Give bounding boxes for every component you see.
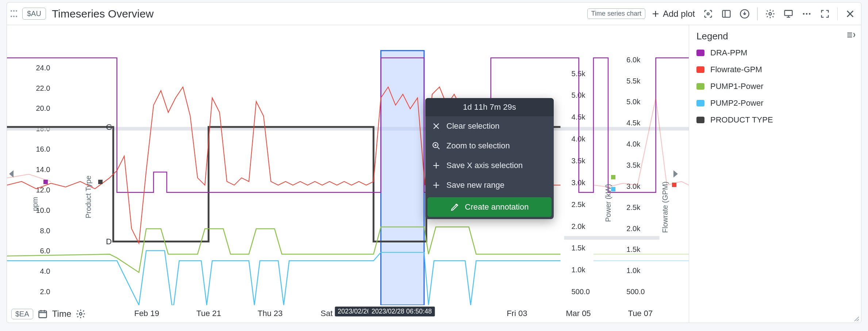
toolbar-separator bbox=[837, 7, 838, 20]
legend-label: DRA-PPM bbox=[710, 48, 747, 58]
popover-save-new-range[interactable]: Save new range bbox=[425, 175, 554, 195]
svg-rect-46 bbox=[39, 311, 46, 318]
svg-text:3.5k: 3.5k bbox=[626, 161, 641, 169]
chart-type-chip[interactable]: Time series chart bbox=[587, 8, 645, 19]
svg-point-3 bbox=[769, 12, 771, 15]
resize-handle-icon[interactable] bbox=[854, 315, 860, 321]
legend-panel: Legend DRA-PPM Flowrate-GPM PUMP1-Power bbox=[689, 25, 861, 323]
calendar-icon[interactable] bbox=[37, 308, 49, 320]
marker-p1 bbox=[611, 175, 615, 179]
add-plot-button[interactable]: Add plot bbox=[649, 9, 697, 19]
svg-text:3.0k: 3.0k bbox=[626, 182, 641, 190]
legend-collapse-icon[interactable] bbox=[846, 30, 855, 42]
more-icon[interactable] bbox=[799, 7, 814, 21]
product-label-d: D bbox=[106, 237, 112, 246]
y-axis-flow-ticks: 500.0 1.0k 1.5k 2.0k 2.5k 3.0k 3.5k 4.0k… bbox=[626, 56, 645, 296]
svg-text:5.0k: 5.0k bbox=[626, 98, 641, 106]
svg-point-47 bbox=[80, 313, 82, 315]
svg-text:22.0: 22.0 bbox=[36, 84, 50, 92]
popover-item-label: Save new range bbox=[446, 180, 504, 190]
toolbar: $AU Timeseries Overview Time series char… bbox=[7, 3, 861, 25]
marker-p2 bbox=[611, 187, 615, 191]
close-icon[interactable] bbox=[843, 7, 857, 21]
zoom-in-icon bbox=[432, 141, 441, 150]
popover-zoom-selection[interactable]: Zoom to selection bbox=[425, 136, 554, 156]
x-tick: Feb 19 bbox=[134, 309, 160, 318]
series-pump2 bbox=[7, 250, 689, 305]
fullscreen-icon[interactable] bbox=[818, 7, 832, 21]
legend-title: Legend bbox=[696, 31, 728, 42]
x-tick: Tue 07 bbox=[628, 309, 653, 318]
widget-body: 2.0 4.0 6.0 8.0 10.0 12.0 14.0 16.0 18.0… bbox=[7, 25, 861, 323]
legend-swatch bbox=[696, 66, 704, 73]
legend-label: Flowrate-GPM bbox=[710, 65, 762, 74]
popover-clear-selection[interactable]: Clear selection bbox=[425, 116, 554, 136]
drag-handle-icon[interactable] bbox=[9, 7, 19, 21]
marker-product bbox=[98, 180, 103, 184]
svg-text:1.0k: 1.0k bbox=[626, 266, 641, 274]
legend-swatch bbox=[696, 117, 704, 123]
marker-dra bbox=[43, 180, 48, 184]
download-icon[interactable] bbox=[737, 7, 752, 21]
legend-swatch bbox=[696, 100, 704, 106]
y-axis-power-ticks: 500.0 1.0k 1.5k 2.0k 2.5k 3.0k 3.5k 4.0k… bbox=[572, 70, 590, 296]
svg-text:2.5k: 2.5k bbox=[626, 203, 641, 211]
svg-point-0 bbox=[707, 13, 709, 15]
legend-item[interactable]: PRODUCT TYPE bbox=[696, 115, 855, 125]
svg-text:4.0k: 4.0k bbox=[626, 140, 641, 148]
svg-text:1.5k: 1.5k bbox=[626, 245, 641, 253]
legend-label: PUMP2-Power bbox=[710, 98, 763, 108]
svg-text:5.5k: 5.5k bbox=[626, 77, 641, 85]
svg-rect-44 bbox=[564, 236, 660, 240]
x-axis-gear-icon[interactable] bbox=[75, 308, 87, 320]
svg-rect-1 bbox=[723, 10, 730, 17]
pan-left-button[interactable] bbox=[9, 170, 14, 178]
svg-text:8.0: 8.0 bbox=[40, 227, 50, 235]
legend-item[interactable]: PUMP2-Power bbox=[696, 98, 855, 108]
svg-text:24.0: 24.0 bbox=[36, 64, 50, 72]
legend-label: PUMP1-Power bbox=[710, 82, 763, 91]
popover-item-label: Clear selection bbox=[446, 121, 500, 131]
target-icon[interactable] bbox=[701, 7, 715, 21]
widget-title: Timeseries Overview bbox=[52, 8, 154, 20]
selection-end-label: 2023/02/28 06:50:48 bbox=[369, 307, 435, 316]
present-icon[interactable] bbox=[781, 7, 796, 21]
y-axis-title-ppm: ppm bbox=[31, 197, 39, 211]
svg-text:14.0: 14.0 bbox=[36, 166, 50, 174]
chart-area[interactable]: 2.0 4.0 6.0 8.0 10.0 12.0 14.0 16.0 18.0… bbox=[7, 25, 689, 323]
popover-create-annotation[interactable]: Create annotation bbox=[427, 197, 552, 217]
legend-swatch bbox=[696, 50, 704, 56]
svg-text:6.0: 6.0 bbox=[40, 247, 50, 255]
series-flowrate bbox=[7, 87, 689, 244]
svg-text:2.0k: 2.0k bbox=[626, 225, 641, 233]
y-axis-title-product: Product Type bbox=[84, 176, 93, 218]
x-axis-ticks: Feb 19 Tue 21 Thu 23 Sat 25 Fri 03 Mar 0… bbox=[7, 305, 689, 323]
legend-item[interactable]: DRA-PPM bbox=[696, 48, 855, 58]
svg-text:2.0: 2.0 bbox=[40, 288, 50, 296]
svg-text:4.5k: 4.5k bbox=[626, 119, 641, 127]
legend-item[interactable]: Flowrate-GPM bbox=[696, 65, 855, 74]
svg-point-7 bbox=[809, 13, 810, 15]
marker-flow bbox=[672, 183, 676, 187]
toolbar-separator bbox=[757, 7, 758, 20]
plus-icon bbox=[432, 161, 441, 170]
panel-toggle-icon[interactable] bbox=[719, 7, 734, 21]
x-axis-time-label: Time bbox=[52, 309, 71, 319]
x-tick: Tue 21 bbox=[196, 309, 221, 318]
selection-popover: 1d 11h 7m 29s Clear selection Zoom to se… bbox=[425, 98, 554, 219]
x-axis-variable-button[interactable]: $EA bbox=[11, 309, 33, 319]
svg-text:4.0: 4.0 bbox=[40, 267, 50, 275]
gear-icon[interactable] bbox=[763, 7, 777, 21]
plot-canvas[interactable]: 2.0 4.0 6.0 8.0 10.0 12.0 14.0 16.0 18.0… bbox=[7, 25, 689, 305]
svg-text:2.0k: 2.0k bbox=[572, 222, 586, 230]
legend-item[interactable]: PUMP1-Power bbox=[696, 82, 855, 91]
popover-save-x-selection[interactable]: Save X axis selection bbox=[425, 156, 554, 175]
product-label-g: G bbox=[106, 122, 112, 132]
pan-right-button[interactable] bbox=[673, 170, 678, 178]
legend-label: PRODUCT TYPE bbox=[710, 115, 773, 125]
variable-select-button[interactable]: $AU bbox=[22, 8, 46, 20]
plus-icon bbox=[432, 181, 441, 190]
popover-item-label: Zoom to selection bbox=[446, 141, 510, 151]
close-icon bbox=[432, 122, 441, 131]
svg-rect-4 bbox=[784, 10, 792, 15]
